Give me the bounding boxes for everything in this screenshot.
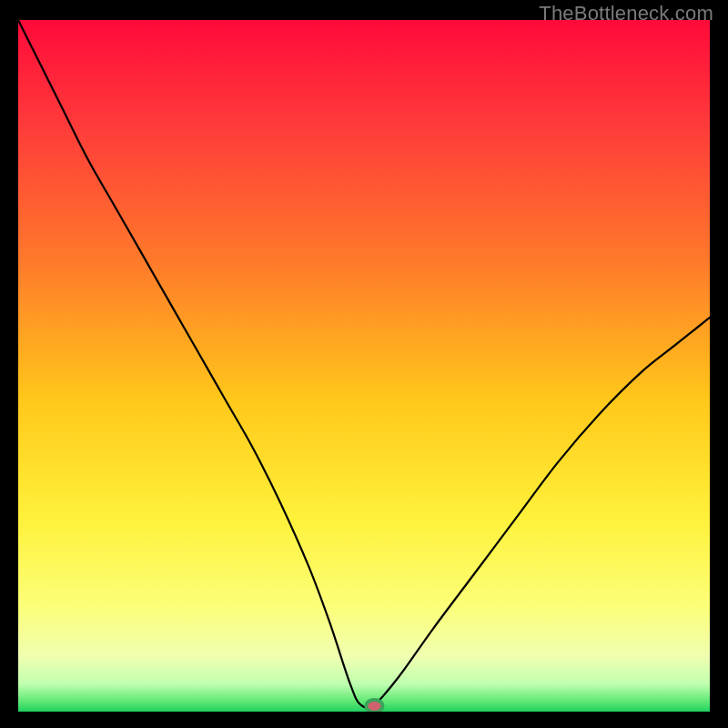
chart-frame: TheBottleneck.com — [0, 0, 728, 728]
minimum-marker — [366, 700, 382, 712]
gradient-background — [18, 20, 710, 712]
chart-svg — [18, 20, 710, 712]
